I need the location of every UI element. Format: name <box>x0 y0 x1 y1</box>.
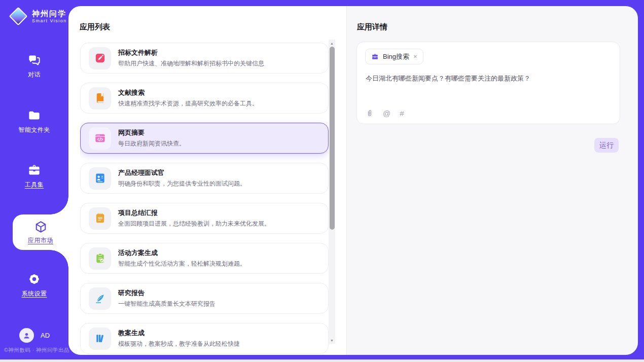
sidebar-item-smart-folder[interactable]: 智能文件夹 <box>0 108 68 134</box>
app-card-text: 招标文件解析帮助用户快速、准确地理解和解析招标书中的关键信息 <box>118 48 264 68</box>
pen-square-icon <box>89 47 111 69</box>
smart-folder-icon <box>27 108 41 122</box>
resume-icon <box>89 167 111 190</box>
sidebar-item-label: 智能文件夹 <box>18 126 50 134</box>
prompt-input[interactable]: 今日湖北有哪些新闻要点？有哪些需要关注的最新政策？ <box>366 74 612 83</box>
app-card[interactable]: 文献搜索快速精准查找学术资源，提高研究效率的必备工具。 <box>80 83 329 114</box>
briefcase-icon <box>371 53 379 60</box>
app-list: 招标文件解析帮助用户快速、准确地理解和解析招标书中的关键信息文献搜索快速精准查找… <box>80 43 329 355</box>
scrollbar-thumb[interactable] <box>330 47 335 230</box>
scroll-up-icon[interactable]: ▲ <box>329 40 335 47</box>
brand-subtitle: Smart Vision <box>32 18 67 23</box>
paperclip-icon[interactable] <box>366 109 374 117</box>
app-card-text: 网页摘要每日政府新闻资讯快查。 <box>118 128 185 148</box>
app-card-text: 活动方案生成智能生成个性化活动方案，轻松解决规划难题。 <box>118 248 246 268</box>
sidebar-item-label: 系统设置 <box>22 289 47 298</box>
mention-icon[interactable]: @ <box>383 110 390 117</box>
chat-icon <box>27 53 41 67</box>
prompt-card: Bing搜索 × 今日湖北有哪些新闻要点？有哪些需要关注的最新政策？ @ # <box>356 42 620 124</box>
app-card-title: 文献搜索 <box>118 88 258 97</box>
settings-icon <box>27 272 41 286</box>
window-bottom-edge <box>0 359 644 362</box>
sidebar-item-app-market[interactable]: 应用市场 <box>13 214 68 250</box>
tool-chip-label: Bing搜索 <box>383 52 409 61</box>
app-logo: 神州问学 Smart Vision <box>8 6 67 26</box>
browser-code-icon <box>89 127 111 150</box>
app-card-desc: 模板驱动，教案秒成，教学准备从此轻松快捷 <box>118 340 240 348</box>
sidebar-item-label: 工具集 <box>25 180 44 189</box>
notepad-icon <box>89 207 111 230</box>
sidebar-item-label: 应用市场 <box>28 236 53 245</box>
app-card[interactable]: 研究报告一键智能生成高质量长文本研究报告 <box>80 283 329 314</box>
app-card[interactable]: 教案生成模板驱动，教案秒成，教学准备从此轻松快捷 <box>80 323 329 354</box>
app-card-text: 文献搜索快速精准查找学术资源，提高研究效率的必备工具。 <box>118 88 258 108</box>
sidebar-item-label: 对话 <box>28 70 41 79</box>
app-card[interactable]: 项目总结汇报全面回顾项目进展，总结经验教训，助力未来优化发展。 <box>80 203 329 234</box>
sidebar-item-settings[interactable]: 系统设置 <box>0 272 68 298</box>
books-icon <box>89 328 111 350</box>
app-list-panel: 应用列表 招标文件解析帮助用户快速、准确地理解和解析招标书中的关键信息文献搜索快… <box>68 6 346 355</box>
app-detail-panel: 应用详情 Bing搜索 × 今日湖北有哪些新闻要点？有哪些需要关注的最新政策？ … <box>346 6 638 355</box>
app-card-text: 项目总结汇报全面回顾项目进展，总结经验教训，助力未来优化发展。 <box>118 208 270 228</box>
app-card-title: 招标文件解析 <box>118 48 264 57</box>
app-detail-title: 应用详情 <box>357 22 387 32</box>
quill-icon <box>89 287 111 310</box>
app-card-text: 教案生成模板驱动，教案秒成，教学准备从此轻松快捷 <box>118 329 240 348</box>
app-card-title: 研究报告 <box>118 288 216 298</box>
app-market-icon <box>34 220 48 234</box>
run-button[interactable]: 运行 <box>594 138 619 153</box>
sidebar-item-chat[interactable]: 对话 <box>0 53 68 79</box>
sidebar-item-toolset[interactable]: 工具集 <box>0 163 68 189</box>
hash-icon[interactable]: # <box>400 110 404 117</box>
sidebar: 神州问学 Smart Vision 对话智能文件夹工具集应用市场系统设置 AD … <box>0 0 68 362</box>
app-card-desc: 帮助用户快速、准确地理解和解析招标书中的关键信息 <box>118 59 264 68</box>
toolset-icon <box>27 163 41 177</box>
app-card-desc: 全面回顾项目进展，总结经验教训，助力未来优化发展。 <box>118 220 270 228</box>
app-card[interactable]: 产品经理面试官明确身份和职责，为您提供专业性的面试问题。 <box>80 163 329 194</box>
user-initials: AD <box>41 332 50 339</box>
app-card-title: 产品经理面试官 <box>118 168 246 177</box>
app-card[interactable]: 招标文件解析帮助用户快速、准确地理解和解析招标书中的关键信息 <box>80 43 329 74</box>
app-card[interactable]: 活动方案生成智能生成个性化活动方案，轻松解决规划难题。 <box>80 243 329 274</box>
app-card-desc: 智能生成个性化活动方案，轻松解决规划难题。 <box>118 260 246 268</box>
copyright-text: ©神州数码 · 神州问学出品 <box>4 347 69 354</box>
app-card-title: 活动方案生成 <box>118 248 246 258</box>
app-card-desc: 一键智能生成高质量长文本研究报告 <box>118 300 216 308</box>
app-card-text: 研究报告一键智能生成高质量长文本研究报告 <box>118 288 216 308</box>
clipboard-check-icon <box>89 247 111 270</box>
app-card-title: 教案生成 <box>118 329 240 338</box>
app-card-desc: 每日政府新闻资讯快查。 <box>118 139 185 148</box>
chip-close-icon[interactable]: × <box>413 53 417 60</box>
tool-chip-bing-search[interactable]: Bing搜索 × <box>365 49 423 64</box>
app-card-text: 产品经理面试官明确身份和职责，为您提供专业性的面试问题。 <box>118 168 246 188</box>
user-account[interactable]: AD <box>19 328 50 343</box>
app-list-title: 应用列表 <box>80 22 110 32</box>
app-card-title: 网页摘要 <box>118 128 185 137</box>
scrollbar[interactable]: ▲ ▼ <box>329 40 335 344</box>
brand-diamond-icon <box>8 6 28 26</box>
brand-name: 神州问学 <box>32 9 67 18</box>
app-card-desc: 快速精准查找学术资源，提高研究效率的必备工具。 <box>118 99 258 108</box>
app-card-title: 项目总结汇报 <box>118 208 270 218</box>
attachment-toolbar: @ # <box>366 109 404 117</box>
app-card-desc: 明确身份和职责，为您提供专业性的面试问题。 <box>118 179 246 188</box>
book-icon <box>89 87 111 110</box>
avatar[interactable] <box>19 328 34 343</box>
person-icon <box>22 331 31 340</box>
scroll-down-icon[interactable]: ▼ <box>329 337 335 344</box>
app-card[interactable]: 网页摘要每日政府新闻资讯快查。 <box>80 123 329 154</box>
